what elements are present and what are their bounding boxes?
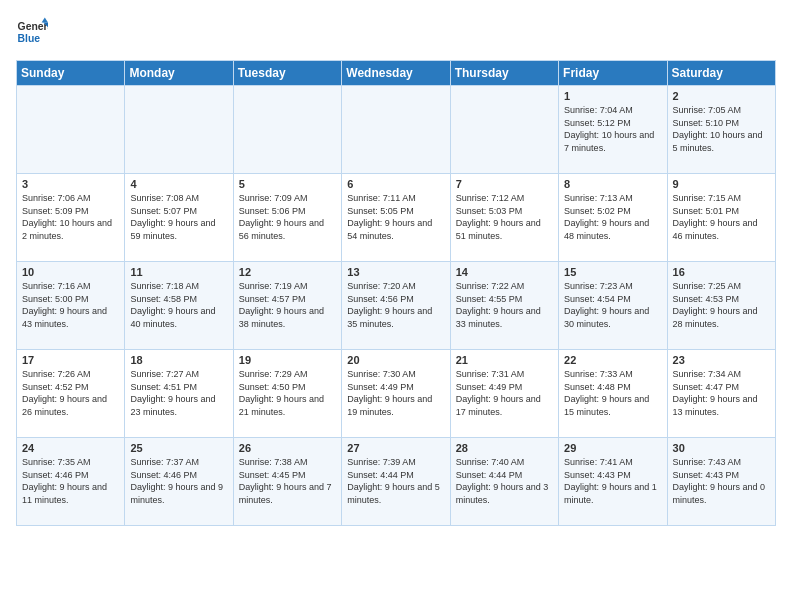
day-info: Sunrise: 7:37 AM Sunset: 4:46 PM Dayligh… bbox=[130, 456, 227, 506]
calendar-cell: 7Sunrise: 7:12 AM Sunset: 5:03 PM Daylig… bbox=[450, 174, 558, 262]
day-header-sunday: Sunday bbox=[17, 61, 125, 86]
day-number: 8 bbox=[564, 178, 661, 190]
day-number: 2 bbox=[673, 90, 770, 102]
svg-marker-2 bbox=[42, 18, 48, 23]
calendar-cell: 20Sunrise: 7:30 AM Sunset: 4:49 PM Dayli… bbox=[342, 350, 450, 438]
day-number: 28 bbox=[456, 442, 553, 454]
calendar-cell: 18Sunrise: 7:27 AM Sunset: 4:51 PM Dayli… bbox=[125, 350, 233, 438]
calendar-cell: 14Sunrise: 7:22 AM Sunset: 4:55 PM Dayli… bbox=[450, 262, 558, 350]
day-header-tuesday: Tuesday bbox=[233, 61, 341, 86]
day-info: Sunrise: 7:13 AM Sunset: 5:02 PM Dayligh… bbox=[564, 192, 661, 242]
calendar-cell: 4Sunrise: 7:08 AM Sunset: 5:07 PM Daylig… bbox=[125, 174, 233, 262]
logo-icon: General Blue bbox=[16, 16, 48, 48]
svg-text:Blue: Blue bbox=[18, 33, 41, 44]
calendar-cell: 1Sunrise: 7:04 AM Sunset: 5:12 PM Daylig… bbox=[559, 86, 667, 174]
day-header-friday: Friday bbox=[559, 61, 667, 86]
calendar-cell bbox=[233, 86, 341, 174]
calendar-cell: 10Sunrise: 7:16 AM Sunset: 5:00 PM Dayli… bbox=[17, 262, 125, 350]
calendar-cell: 9Sunrise: 7:15 AM Sunset: 5:01 PM Daylig… bbox=[667, 174, 775, 262]
day-number: 13 bbox=[347, 266, 444, 278]
day-number: 23 bbox=[673, 354, 770, 366]
day-number: 5 bbox=[239, 178, 336, 190]
day-info: Sunrise: 7:39 AM Sunset: 4:44 PM Dayligh… bbox=[347, 456, 444, 506]
day-number: 1 bbox=[564, 90, 661, 102]
day-number: 21 bbox=[456, 354, 553, 366]
day-info: Sunrise: 7:38 AM Sunset: 4:45 PM Dayligh… bbox=[239, 456, 336, 506]
calendar-cell: 28Sunrise: 7:40 AM Sunset: 4:44 PM Dayli… bbox=[450, 438, 558, 526]
day-number: 14 bbox=[456, 266, 553, 278]
calendar-cell: 19Sunrise: 7:29 AM Sunset: 4:50 PM Dayli… bbox=[233, 350, 341, 438]
day-number: 25 bbox=[130, 442, 227, 454]
day-info: Sunrise: 7:23 AM Sunset: 4:54 PM Dayligh… bbox=[564, 280, 661, 330]
calendar-cell bbox=[450, 86, 558, 174]
calendar-cell: 17Sunrise: 7:26 AM Sunset: 4:52 PM Dayli… bbox=[17, 350, 125, 438]
calendar-table: SundayMondayTuesdayWednesdayThursdayFrid… bbox=[16, 60, 776, 526]
day-number: 7 bbox=[456, 178, 553, 190]
day-number: 24 bbox=[22, 442, 119, 454]
day-number: 3 bbox=[22, 178, 119, 190]
day-info: Sunrise: 7:41 AM Sunset: 4:43 PM Dayligh… bbox=[564, 456, 661, 506]
day-info: Sunrise: 7:27 AM Sunset: 4:51 PM Dayligh… bbox=[130, 368, 227, 418]
day-info: Sunrise: 7:19 AM Sunset: 4:57 PM Dayligh… bbox=[239, 280, 336, 330]
day-number: 11 bbox=[130, 266, 227, 278]
day-number: 9 bbox=[673, 178, 770, 190]
calendar-cell: 16Sunrise: 7:25 AM Sunset: 4:53 PM Dayli… bbox=[667, 262, 775, 350]
calendar-cell: 12Sunrise: 7:19 AM Sunset: 4:57 PM Dayli… bbox=[233, 262, 341, 350]
calendar-cell: 15Sunrise: 7:23 AM Sunset: 4:54 PM Dayli… bbox=[559, 262, 667, 350]
day-info: Sunrise: 7:11 AM Sunset: 5:05 PM Dayligh… bbox=[347, 192, 444, 242]
day-number: 16 bbox=[673, 266, 770, 278]
day-info: Sunrise: 7:29 AM Sunset: 4:50 PM Dayligh… bbox=[239, 368, 336, 418]
day-number: 29 bbox=[564, 442, 661, 454]
day-info: Sunrise: 7:06 AM Sunset: 5:09 PM Dayligh… bbox=[22, 192, 119, 242]
day-info: Sunrise: 7:33 AM Sunset: 4:48 PM Dayligh… bbox=[564, 368, 661, 418]
day-info: Sunrise: 7:34 AM Sunset: 4:47 PM Dayligh… bbox=[673, 368, 770, 418]
day-header-monday: Monday bbox=[125, 61, 233, 86]
day-number: 19 bbox=[239, 354, 336, 366]
calendar-cell bbox=[125, 86, 233, 174]
day-info: Sunrise: 7:30 AM Sunset: 4:49 PM Dayligh… bbox=[347, 368, 444, 418]
day-info: Sunrise: 7:35 AM Sunset: 4:46 PM Dayligh… bbox=[22, 456, 119, 506]
calendar-cell bbox=[17, 86, 125, 174]
day-info: Sunrise: 7:16 AM Sunset: 5:00 PM Dayligh… bbox=[22, 280, 119, 330]
day-info: Sunrise: 7:18 AM Sunset: 4:58 PM Dayligh… bbox=[130, 280, 227, 330]
day-info: Sunrise: 7:22 AM Sunset: 4:55 PM Dayligh… bbox=[456, 280, 553, 330]
day-info: Sunrise: 7:08 AM Sunset: 5:07 PM Dayligh… bbox=[130, 192, 227, 242]
day-header-saturday: Saturday bbox=[667, 61, 775, 86]
day-info: Sunrise: 7:09 AM Sunset: 5:06 PM Dayligh… bbox=[239, 192, 336, 242]
day-number: 22 bbox=[564, 354, 661, 366]
calendar-cell: 3Sunrise: 7:06 AM Sunset: 5:09 PM Daylig… bbox=[17, 174, 125, 262]
calendar-cell: 27Sunrise: 7:39 AM Sunset: 4:44 PM Dayli… bbox=[342, 438, 450, 526]
calendar-cell: 13Sunrise: 7:20 AM Sunset: 4:56 PM Dayli… bbox=[342, 262, 450, 350]
day-info: Sunrise: 7:25 AM Sunset: 4:53 PM Dayligh… bbox=[673, 280, 770, 330]
calendar-cell: 8Sunrise: 7:13 AM Sunset: 5:02 PM Daylig… bbox=[559, 174, 667, 262]
day-number: 27 bbox=[347, 442, 444, 454]
day-number: 4 bbox=[130, 178, 227, 190]
logo: General Blue bbox=[16, 16, 52, 48]
calendar-cell bbox=[342, 86, 450, 174]
svg-text:General: General bbox=[18, 21, 48, 32]
calendar-cell: 5Sunrise: 7:09 AM Sunset: 5:06 PM Daylig… bbox=[233, 174, 341, 262]
day-number: 10 bbox=[22, 266, 119, 278]
day-number: 12 bbox=[239, 266, 336, 278]
day-info: Sunrise: 7:04 AM Sunset: 5:12 PM Dayligh… bbox=[564, 104, 661, 154]
day-info: Sunrise: 7:15 AM Sunset: 5:01 PM Dayligh… bbox=[673, 192, 770, 242]
calendar-cell: 21Sunrise: 7:31 AM Sunset: 4:49 PM Dayli… bbox=[450, 350, 558, 438]
calendar-cell: 26Sunrise: 7:38 AM Sunset: 4:45 PM Dayli… bbox=[233, 438, 341, 526]
day-info: Sunrise: 7:31 AM Sunset: 4:49 PM Dayligh… bbox=[456, 368, 553, 418]
calendar-cell: 29Sunrise: 7:41 AM Sunset: 4:43 PM Dayli… bbox=[559, 438, 667, 526]
day-header-thursday: Thursday bbox=[450, 61, 558, 86]
day-number: 17 bbox=[22, 354, 119, 366]
day-info: Sunrise: 7:40 AM Sunset: 4:44 PM Dayligh… bbox=[456, 456, 553, 506]
calendar-cell: 22Sunrise: 7:33 AM Sunset: 4:48 PM Dayli… bbox=[559, 350, 667, 438]
calendar-cell: 11Sunrise: 7:18 AM Sunset: 4:58 PM Dayli… bbox=[125, 262, 233, 350]
calendar-cell: 6Sunrise: 7:11 AM Sunset: 5:05 PM Daylig… bbox=[342, 174, 450, 262]
day-header-wednesday: Wednesday bbox=[342, 61, 450, 86]
day-info: Sunrise: 7:05 AM Sunset: 5:10 PM Dayligh… bbox=[673, 104, 770, 154]
calendar-cell: 24Sunrise: 7:35 AM Sunset: 4:46 PM Dayli… bbox=[17, 438, 125, 526]
day-number: 30 bbox=[673, 442, 770, 454]
day-number: 15 bbox=[564, 266, 661, 278]
day-number: 18 bbox=[130, 354, 227, 366]
day-info: Sunrise: 7:20 AM Sunset: 4:56 PM Dayligh… bbox=[347, 280, 444, 330]
day-info: Sunrise: 7:26 AM Sunset: 4:52 PM Dayligh… bbox=[22, 368, 119, 418]
calendar-cell: 30Sunrise: 7:43 AM Sunset: 4:43 PM Dayli… bbox=[667, 438, 775, 526]
